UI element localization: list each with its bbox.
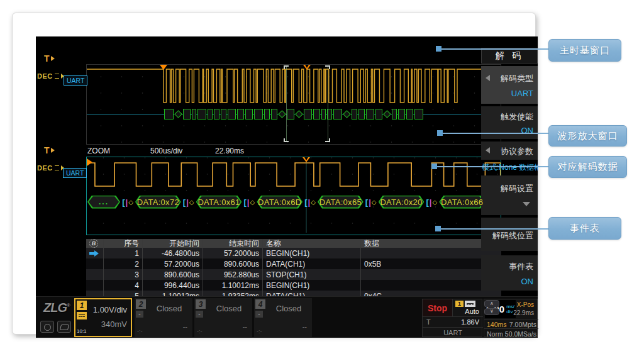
main-decode-label: DEC [37, 72, 64, 80]
uart-bus-tag: UART [64, 75, 87, 86]
table-row[interactable]: 4 996.440us 1.10012ms BEGIN(CH1) [86, 280, 501, 291]
callout-line [440, 48, 548, 50]
callout-anchor-marker [435, 226, 441, 231]
trigger-source-cell[interactable]: 1 Auto [453, 299, 483, 317]
protocol-params-summary: 模式:None 数据格 [482, 162, 538, 173]
menu-item-trigger-enable[interactable]: 触发使能 ON [481, 106, 538, 139]
channel-2-box[interactable]: 2 - Closed -:- -- [135, 298, 192, 337]
zoom-trigger-flag-icon [87, 158, 92, 166]
decode-mini-frame [208, 109, 213, 119]
decode-mini-frame [237, 109, 244, 119]
channel-2-badge: 2 [136, 299, 146, 309]
channel-1-box[interactable]: 1 10:1 1.00V/div 340mV [74, 298, 132, 337]
acquisition-mode: Norm [487, 330, 503, 338]
frame-separator: [ | ◇ [303, 196, 318, 209]
channel-3-value: -- [243, 323, 247, 330]
menu-item-event-table[interactable]: 事件表 ON [481, 255, 538, 291]
window-length: 140ms [487, 321, 507, 328]
touch-gesture-icon[interactable] [57, 321, 71, 333]
decode-frame: DATA:0x72 [135, 196, 181, 209]
decode-frame-label: DATA:0x72 [135, 196, 181, 209]
decode-mini-frame [343, 110, 351, 118]
menu-item-decode-line-position[interactable]: 解码线位置 [481, 218, 538, 251]
channel-3-box[interactable]: 3 - Closed -:- -- [194, 298, 252, 337]
sample-rate-row: Norm 50.0MSa/s [484, 328, 538, 338]
callout-anchor-marker [431, 164, 437, 169]
separator-bar-icon: | [126, 197, 128, 207]
bus-b-icon: B [89, 239, 98, 248]
current-row-arrow-icon [89, 250, 99, 257]
menu-item-protocol-params[interactable]: 协议参数 [481, 142, 538, 160]
zoom-waveform-window: ... [ | ◇ DATA:0x72 [ | ◇ [86, 157, 501, 235]
table-row[interactable]: 3 890.600us 952.880us STOP(CH1) [86, 269, 501, 280]
decode-mini-frame [414, 109, 423, 119]
trigger-bus-type[interactable]: UART [423, 328, 483, 338]
frame-separator: [ | ◇ [364, 196, 379, 209]
decode-mini-frame [264, 109, 270, 119]
decode-mini-frame [254, 109, 262, 119]
frame-separator: [ | ◇ [181, 196, 196, 209]
event-table-value: ON [521, 277, 534, 286]
trigger-level-cell[interactable]: T 1.86V [423, 317, 483, 328]
touch-lock-icon[interactable] [40, 321, 54, 333]
channel-2-time: -:- [137, 328, 143, 335]
decode-mini-frame [313, 109, 320, 119]
menu-item-decode-type[interactable]: 解码类型 UART [481, 66, 538, 104]
decode-mini-frame [192, 109, 197, 119]
callout-line [440, 228, 548, 230]
decode-frame-label: DATA:0x66 [439, 196, 485, 209]
trigger-t-label: T [426, 318, 431, 326]
decode-mini-frame [287, 109, 294, 119]
run-stop-status[interactable]: Stop [423, 299, 453, 317]
acquisition-window-row: 140ms 7.00Mpts [484, 319, 538, 328]
memory-depth: 7.00Mpts [509, 321, 536, 328]
column-header-data: 数据 [360, 239, 501, 248]
channel-4-status: Closed [269, 304, 308, 313]
decode-mini-frame [221, 109, 226, 119]
dec-label: DEC [37, 164, 53, 172]
decode-mini-frame [333, 109, 342, 119]
coupling-badge: - [196, 311, 203, 318]
main-trigger-level-label: T [44, 53, 55, 64]
sample-rate: 50.0MSa/s [505, 330, 536, 338]
status-bar: ZLG® 1 10:1 1.00V/div 340mV 2 - Closed - [36, 296, 538, 338]
table-row[interactable]: 1 -46.4800us 57.2000us BEGIN(CH1) [86, 248, 501, 258]
trigger-coupling-icon [465, 301, 475, 307]
callout-anchor-marker [436, 46, 441, 52]
channel-2-value: -- [183, 323, 187, 330]
dec-pulse-icon [55, 74, 59, 79]
scroll-down-button[interactable]: ∨ [484, 308, 499, 316]
uart-bus-tag: UART [63, 168, 87, 178]
channel-3-status: Closed [209, 304, 248, 313]
channel-4-time: -:- [257, 328, 262, 335]
decode-mini-frame [375, 109, 382, 119]
decode-mini-frame [271, 109, 277, 119]
decode-mini-frame [245, 109, 253, 119]
channel-4-box[interactable]: 4 - Closed -:- -- [254, 298, 312, 337]
decode-mini-frame [279, 110, 287, 118]
menu-item-decode-settings[interactable]: 解码设置 [481, 175, 538, 215]
decode-frame-label: DATA:0x65 [318, 196, 364, 209]
decode-mini-frame [358, 109, 365, 119]
trigger-t-label: T [44, 53, 50, 64]
decode-mini-frame [197, 109, 206, 119]
column-header-name: 名称 [262, 239, 360, 248]
callout-main-timebase: 主时基窗口 [548, 39, 621, 62]
oscilloscope-panel: T DEC T DEC [12, 13, 536, 335]
decode-frame-label: DATA:0x6D [257, 196, 303, 209]
zoom-bracket-icon [284, 65, 289, 69]
decode-frame: DATA:0x66 [439, 196, 485, 209]
zoom-bracket-icon [325, 65, 330, 69]
probe-ratio: 10:1 [77, 328, 87, 334]
decode-mini-frame [295, 110, 303, 118]
table-row[interactable]: 2 57.2000us 890.600us DATA(CH1) 0x5B [86, 258, 501, 269]
trigger-level-value: 1.86V [461, 318, 479, 326]
decode-mini-frame [164, 109, 174, 119]
zoom-scale-value: 500us/div [150, 147, 182, 155]
channel-1-scale: 1.00V/div [93, 305, 127, 314]
decode-mini-frame [174, 110, 182, 118]
bus-icon-cell: B [86, 239, 103, 248]
main-decode-frames [164, 108, 458, 121]
scroll-up-button[interactable]: ∧ [484, 300, 499, 308]
decode-frame: DATA:0x6D [257, 196, 303, 209]
